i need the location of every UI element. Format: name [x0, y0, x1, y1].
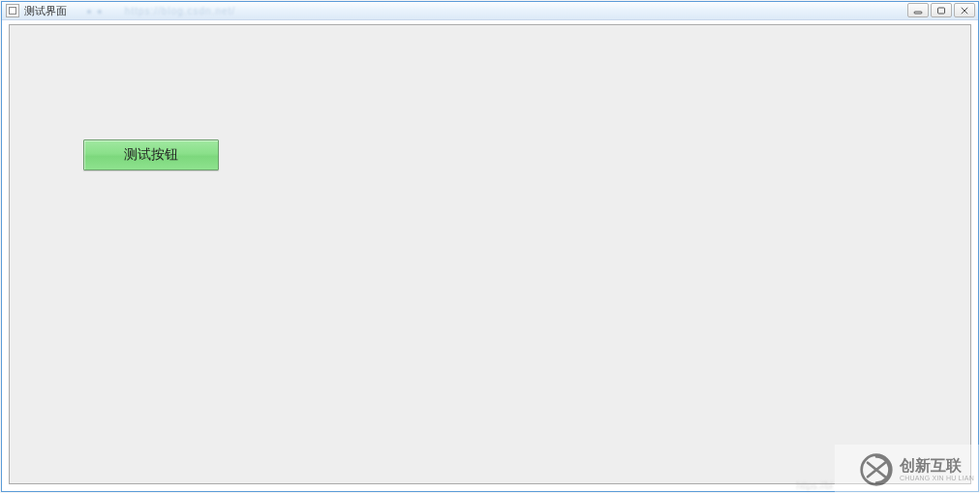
title-bar-blur-text: ● ● https://blog.csdn.net/ — [86, 6, 235, 16]
window-title: 测试界面 — [24, 4, 67, 18]
watermark-brand-name: 创新互联 — [900, 457, 974, 475]
svg-rect-1 — [938, 8, 945, 14]
svg-rect-0 — [914, 12, 922, 14]
test-button[interactable]: 测试按钮 — [83, 139, 219, 170]
window-frame: 测试界面 ● ● https://blog.csdn.net/ 测试按钮 — [1, 1, 979, 492]
bottom-blur-text: https://bl — [796, 480, 833, 491]
minimize-button[interactable] — [907, 3, 929, 17]
window-controls — [907, 3, 975, 17]
title-bar: 测试界面 ● ● https://blog.csdn.net/ — [2, 1, 978, 20]
brand-logo-icon — [859, 452, 894, 487]
watermark-brand-sub: CHUANG XIN HU LIAN — [900, 475, 974, 482]
app-icon — [6, 4, 19, 17]
client-area: 测试按钮 — [9, 24, 971, 484]
close-button[interactable] — [954, 3, 975, 17]
watermark: 创新互联 CHUANG XIN HU LIAN — [835, 435, 980, 493]
maximize-button[interactable] — [931, 3, 952, 17]
